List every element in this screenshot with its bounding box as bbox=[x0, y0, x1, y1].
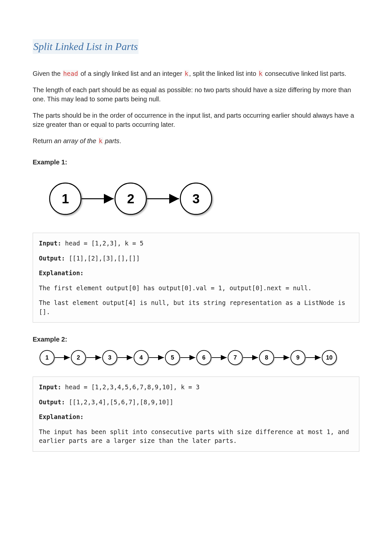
code-k: k bbox=[184, 70, 189, 77]
example-2-heading: Example 2: bbox=[33, 336, 359, 343]
input-value: head = [1,2,3], k = 5 bbox=[61, 240, 144, 247]
node-value: 5 bbox=[171, 354, 174, 361]
text: Return bbox=[33, 137, 54, 144]
node-value: 1 bbox=[45, 354, 49, 361]
explanation-label: Explanation: bbox=[39, 269, 84, 277]
output-label: Output: bbox=[39, 255, 65, 262]
page-title: Split Linked List in Parts bbox=[33, 39, 139, 54]
explanation-label: Explanation: bbox=[39, 413, 84, 420]
code-k: k bbox=[98, 137, 103, 144]
node-value: 8 bbox=[265, 354, 268, 361]
explanation-text: The input has been split into consecutiv… bbox=[39, 428, 353, 446]
node-value: 9 bbox=[296, 354, 300, 361]
text: of a singly linked list and an integer bbox=[79, 70, 184, 77]
example-1-code: Input: head = [1,2,3], k = 5 Output: [[1… bbox=[33, 233, 359, 323]
node-value: 2 bbox=[77, 354, 80, 361]
text: Given the bbox=[33, 70, 62, 77]
node-value: 2 bbox=[127, 192, 134, 206]
italic-text: parts bbox=[103, 137, 120, 144]
node-value: 3 bbox=[192, 192, 200, 206]
input-value: head = [1,2,3,4,5,6,7,8,9,10], k = 3 bbox=[61, 383, 200, 391]
linked-list-diagram-1: 1 2 3 bbox=[33, 179, 359, 223]
node-value: 1 bbox=[62, 192, 69, 206]
intro-paragraph-3: The parts should be in the order of occu… bbox=[33, 111, 359, 129]
linked-list-diagram-2: 12345678910 bbox=[33, 348, 359, 369]
node-value: 10 bbox=[326, 354, 333, 361]
node-value: 3 bbox=[108, 354, 111, 361]
intro-paragraph-1: Given the head of a singly linked list a… bbox=[33, 69, 359, 78]
text: , split the linked list into bbox=[189, 70, 258, 77]
input-label: Input: bbox=[39, 383, 61, 391]
italic-text: an array of the bbox=[54, 137, 98, 144]
node-value: 7 bbox=[234, 354, 237, 361]
output-value: [[1,2,3,4],[5,6,7],[8,9,10]] bbox=[65, 398, 173, 406]
text: consecutive linked list parts. bbox=[263, 70, 346, 77]
example-1-heading: Example 1: bbox=[33, 159, 359, 166]
example-2-code: Input: head = [1,2,3,4,5,6,7,8,9,10], k … bbox=[33, 377, 359, 452]
node-value: 6 bbox=[202, 354, 205, 361]
text: . bbox=[120, 137, 122, 144]
code-k: k bbox=[258, 70, 263, 77]
node-value: 4 bbox=[139, 354, 143, 361]
intro-paragraph-4: Return an array of the k parts. bbox=[33, 136, 359, 145]
intro-paragraph-2: The length of each part should be as equ… bbox=[33, 85, 359, 104]
input-label: Input: bbox=[39, 240, 61, 247]
output-value: [[1],[2],[3],[],[]] bbox=[65, 255, 140, 262]
code-head: head bbox=[62, 70, 79, 77]
explanation-text: The first element output[0] has output[0… bbox=[39, 284, 353, 293]
output-label: Output: bbox=[39, 398, 65, 406]
explanation-text: The last element output[4] is null, but … bbox=[39, 298, 353, 316]
